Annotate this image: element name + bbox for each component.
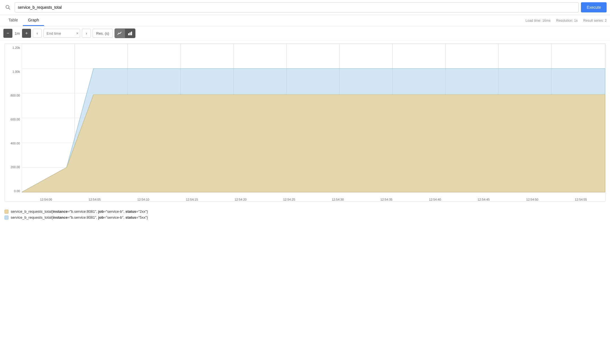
search-bar: Execute bbox=[0, 0, 610, 15]
load-time: Load time: 16ms bbox=[526, 19, 551, 23]
x-label-7: 12:54:35 bbox=[362, 198, 411, 201]
x-axis: 12:54:00 12:54:05 12:54:10 12:54:15 12:5… bbox=[22, 193, 605, 201]
x-label-5: 12:54:25 bbox=[265, 198, 313, 201]
decrease-range-button[interactable]: − bbox=[3, 29, 12, 38]
y-label-0: 1.20k bbox=[5, 46, 20, 49]
prev-time-button[interactable]: ‹ bbox=[33, 29, 42, 38]
y-label-3: 600.00 bbox=[5, 118, 20, 121]
execute-button[interactable]: Execute bbox=[581, 2, 607, 12]
x-label-11: 12:54:55 bbox=[557, 198, 605, 201]
svg-rect-4 bbox=[131, 32, 132, 35]
legend-label-2xx: service_b_requests_total{instance="b.ser… bbox=[11, 209, 148, 214]
chart-svg bbox=[22, 44, 605, 193]
x-label-9: 12:54:45 bbox=[459, 198, 508, 201]
y-label-2: 800.00 bbox=[5, 94, 20, 97]
tab-graph[interactable]: Graph bbox=[23, 15, 44, 26]
line-chart-button[interactable] bbox=[115, 29, 125, 38]
y-label-6: 0.00 bbox=[5, 189, 20, 193]
stacked-chart-button[interactable] bbox=[125, 29, 135, 38]
y-label-5: 200.00 bbox=[5, 165, 20, 169]
legend-label-5xx: service_b_requests_total{instance="b.ser… bbox=[11, 215, 148, 220]
range-label: 1m bbox=[14, 31, 20, 36]
increase-range-button[interactable]: + bbox=[22, 29, 31, 38]
x-label-6: 12:54:30 bbox=[313, 198, 362, 201]
svg-line-1 bbox=[9, 8, 10, 10]
x-label-3: 12:54:15 bbox=[168, 198, 216, 201]
resolution: Resolution: 1s bbox=[556, 19, 578, 23]
x-label-4: 12:54:20 bbox=[216, 198, 265, 201]
y-label-4: 400.00 bbox=[5, 142, 20, 145]
controls-row: − 1m + ‹ × › Res. (s) bbox=[0, 26, 610, 41]
query-input[interactable] bbox=[15, 2, 579, 12]
y-label-1: 1.00k bbox=[5, 70, 20, 73]
tab-table[interactable]: Table bbox=[3, 15, 23, 26]
legend-color-2xx bbox=[5, 210, 8, 214]
search-icon bbox=[3, 3, 12, 12]
meta-info: Load time: 16ms Resolution: 1s Result se… bbox=[526, 19, 607, 23]
resolution-button[interactable]: Res. (s) bbox=[93, 29, 113, 38]
x-label-1: 12:54:05 bbox=[70, 198, 119, 201]
y-axis: 1.20k 1.00k 800.00 600.00 400.00 200.00 … bbox=[5, 44, 22, 193]
chart-container: 1.20k 1.00k 800.00 600.00 400.00 200.00 … bbox=[5, 43, 605, 201]
chart-area: 1.20k 1.00k 800.00 600.00 400.00 200.00 … bbox=[0, 41, 610, 206]
x-label-2: 12:54:10 bbox=[119, 198, 168, 201]
tab-group: Table Graph bbox=[3, 15, 44, 26]
tabs-row: Table Graph Load time: 16ms Resolution: … bbox=[0, 15, 610, 26]
next-time-button[interactable]: › bbox=[82, 29, 91, 38]
x-label-10: 12:54:50 bbox=[508, 198, 556, 201]
x-label-0: 12:54:00 bbox=[22, 198, 70, 201]
chart-inner bbox=[22, 44, 605, 193]
chart-type-group bbox=[115, 28, 135, 38]
end-time-input[interactable] bbox=[43, 29, 80, 38]
x-label-8: 12:54:40 bbox=[411, 198, 459, 201]
legend-color-5xx bbox=[5, 216, 8, 220]
clear-end-time-button[interactable]: × bbox=[76, 31, 79, 36]
legend-item-2xx: service_b_requests_total{instance="b.ser… bbox=[5, 209, 605, 214]
series-2xx-area bbox=[22, 95, 605, 192]
result-series: Result series: 2 bbox=[583, 19, 607, 23]
legend-item-5xx: service_b_requests_total{instance="b.ser… bbox=[5, 215, 605, 220]
legend: service_b_requests_total{instance="b.ser… bbox=[0, 206, 610, 223]
svg-rect-2 bbox=[128, 33, 129, 35]
svg-rect-3 bbox=[130, 32, 131, 35]
